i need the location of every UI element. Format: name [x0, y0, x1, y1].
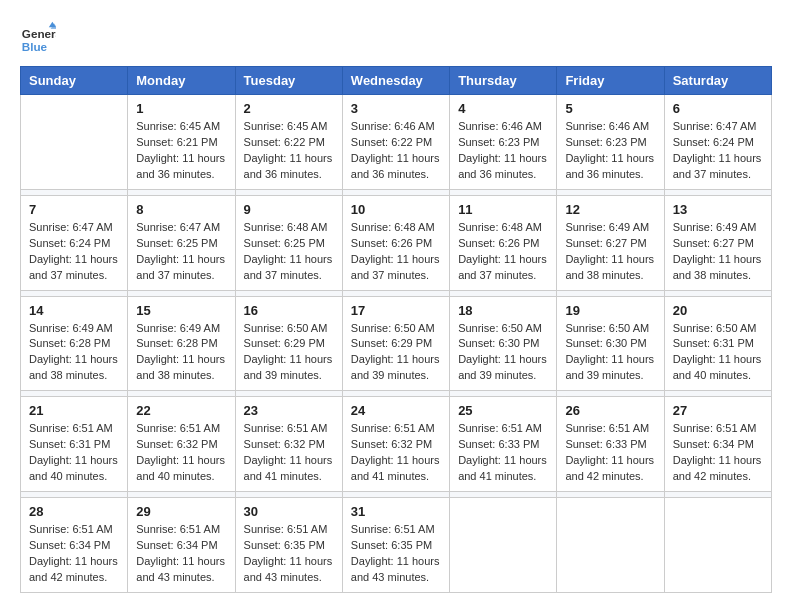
day-info: Sunrise: 6:47 AM Sunset: 6:25 PM Dayligh…: [136, 220, 226, 284]
calendar-cell: 16Sunrise: 6:50 AM Sunset: 6:29 PM Dayli…: [235, 296, 342, 391]
header-wednesday: Wednesday: [342, 67, 449, 95]
calendar-cell: 8Sunrise: 6:47 AM Sunset: 6:25 PM Daylig…: [128, 195, 235, 290]
calendar-cell: 27Sunrise: 6:51 AM Sunset: 6:34 PM Dayli…: [664, 397, 771, 492]
day-info: Sunrise: 6:51 AM Sunset: 6:34 PM Dayligh…: [136, 522, 226, 586]
calendar-cell: 9Sunrise: 6:48 AM Sunset: 6:25 PM Daylig…: [235, 195, 342, 290]
day-number: 5: [565, 101, 655, 116]
day-info: Sunrise: 6:50 AM Sunset: 6:29 PM Dayligh…: [351, 321, 441, 385]
calendar-cell: 25Sunrise: 6:51 AM Sunset: 6:33 PM Dayli…: [450, 397, 557, 492]
day-number: 18: [458, 303, 548, 318]
day-info: Sunrise: 6:48 AM Sunset: 6:26 PM Dayligh…: [458, 220, 548, 284]
calendar-cell: 28Sunrise: 6:51 AM Sunset: 6:34 PM Dayli…: [21, 498, 128, 593]
day-number: 21: [29, 403, 119, 418]
day-info: Sunrise: 6:51 AM Sunset: 6:32 PM Dayligh…: [351, 421, 441, 485]
calendar-cell: 31Sunrise: 6:51 AM Sunset: 6:35 PM Dayli…: [342, 498, 449, 593]
day-info: Sunrise: 6:45 AM Sunset: 6:21 PM Dayligh…: [136, 119, 226, 183]
calendar-cell: 30Sunrise: 6:51 AM Sunset: 6:35 PM Dayli…: [235, 498, 342, 593]
calendar-cell: 7Sunrise: 6:47 AM Sunset: 6:24 PM Daylig…: [21, 195, 128, 290]
day-info: Sunrise: 6:50 AM Sunset: 6:31 PM Dayligh…: [673, 321, 763, 385]
header-sunday: Sunday: [21, 67, 128, 95]
day-number: 17: [351, 303, 441, 318]
calendar-cell: 10Sunrise: 6:48 AM Sunset: 6:26 PM Dayli…: [342, 195, 449, 290]
logo-icon: General Blue: [20, 20, 56, 56]
day-number: 31: [351, 504, 441, 519]
page-header: General Blue: [20, 20, 772, 56]
calendar-week-row: 7Sunrise: 6:47 AM Sunset: 6:24 PM Daylig…: [21, 195, 772, 290]
calendar-cell: 4Sunrise: 6:46 AM Sunset: 6:23 PM Daylig…: [450, 95, 557, 190]
calendar-cell: [450, 498, 557, 593]
day-info: Sunrise: 6:46 AM Sunset: 6:23 PM Dayligh…: [565, 119, 655, 183]
day-number: 28: [29, 504, 119, 519]
day-number: 25: [458, 403, 548, 418]
day-number: 4: [458, 101, 548, 116]
day-number: 24: [351, 403, 441, 418]
day-info: Sunrise: 6:51 AM Sunset: 6:34 PM Dayligh…: [673, 421, 763, 485]
day-info: Sunrise: 6:49 AM Sunset: 6:28 PM Dayligh…: [29, 321, 119, 385]
calendar-cell: [21, 95, 128, 190]
day-info: Sunrise: 6:47 AM Sunset: 6:24 PM Dayligh…: [29, 220, 119, 284]
day-info: Sunrise: 6:49 AM Sunset: 6:27 PM Dayligh…: [673, 220, 763, 284]
day-info: Sunrise: 6:50 AM Sunset: 6:29 PM Dayligh…: [244, 321, 334, 385]
day-number: 27: [673, 403, 763, 418]
calendar-cell: 15Sunrise: 6:49 AM Sunset: 6:28 PM Dayli…: [128, 296, 235, 391]
calendar-cell: 2Sunrise: 6:45 AM Sunset: 6:22 PM Daylig…: [235, 95, 342, 190]
day-number: 2: [244, 101, 334, 116]
day-number: 30: [244, 504, 334, 519]
day-info: Sunrise: 6:48 AM Sunset: 6:25 PM Dayligh…: [244, 220, 334, 284]
day-number: 16: [244, 303, 334, 318]
day-number: 10: [351, 202, 441, 217]
calendar-cell: [557, 498, 664, 593]
calendar-cell: 18Sunrise: 6:50 AM Sunset: 6:30 PM Dayli…: [450, 296, 557, 391]
calendar-week-row: 21Sunrise: 6:51 AM Sunset: 6:31 PM Dayli…: [21, 397, 772, 492]
day-info: Sunrise: 6:50 AM Sunset: 6:30 PM Dayligh…: [458, 321, 548, 385]
day-number: 12: [565, 202, 655, 217]
day-info: Sunrise: 6:51 AM Sunset: 6:33 PM Dayligh…: [565, 421, 655, 485]
day-number: 7: [29, 202, 119, 217]
calendar-cell: 17Sunrise: 6:50 AM Sunset: 6:29 PM Dayli…: [342, 296, 449, 391]
svg-text:Blue: Blue: [22, 40, 48, 53]
day-number: 23: [244, 403, 334, 418]
calendar-cell: 21Sunrise: 6:51 AM Sunset: 6:31 PM Dayli…: [21, 397, 128, 492]
calendar-week-row: 14Sunrise: 6:49 AM Sunset: 6:28 PM Dayli…: [21, 296, 772, 391]
day-info: Sunrise: 6:49 AM Sunset: 6:27 PM Dayligh…: [565, 220, 655, 284]
day-info: Sunrise: 6:51 AM Sunset: 6:31 PM Dayligh…: [29, 421, 119, 485]
calendar-cell: 1Sunrise: 6:45 AM Sunset: 6:21 PM Daylig…: [128, 95, 235, 190]
day-info: Sunrise: 6:51 AM Sunset: 6:32 PM Dayligh…: [244, 421, 334, 485]
day-info: Sunrise: 6:51 AM Sunset: 6:32 PM Dayligh…: [136, 421, 226, 485]
calendar-cell: 29Sunrise: 6:51 AM Sunset: 6:34 PM Dayli…: [128, 498, 235, 593]
day-number: 9: [244, 202, 334, 217]
day-number: 29: [136, 504, 226, 519]
day-number: 3: [351, 101, 441, 116]
calendar-cell: 20Sunrise: 6:50 AM Sunset: 6:31 PM Dayli…: [664, 296, 771, 391]
calendar-cell: 14Sunrise: 6:49 AM Sunset: 6:28 PM Dayli…: [21, 296, 128, 391]
day-number: 20: [673, 303, 763, 318]
day-info: Sunrise: 6:48 AM Sunset: 6:26 PM Dayligh…: [351, 220, 441, 284]
day-number: 14: [29, 303, 119, 318]
day-info: Sunrise: 6:46 AM Sunset: 6:22 PM Dayligh…: [351, 119, 441, 183]
calendar-cell: 24Sunrise: 6:51 AM Sunset: 6:32 PM Dayli…: [342, 397, 449, 492]
day-info: Sunrise: 6:51 AM Sunset: 6:35 PM Dayligh…: [244, 522, 334, 586]
calendar-cell: 5Sunrise: 6:46 AM Sunset: 6:23 PM Daylig…: [557, 95, 664, 190]
calendar-week-row: 28Sunrise: 6:51 AM Sunset: 6:34 PM Dayli…: [21, 498, 772, 593]
day-number: 15: [136, 303, 226, 318]
day-number: 8: [136, 202, 226, 217]
day-info: Sunrise: 6:50 AM Sunset: 6:30 PM Dayligh…: [565, 321, 655, 385]
day-number: 11: [458, 202, 548, 217]
day-info: Sunrise: 6:46 AM Sunset: 6:23 PM Dayligh…: [458, 119, 548, 183]
calendar-table: SundayMondayTuesdayWednesdayThursdayFrid…: [20, 66, 772, 593]
day-number: 1: [136, 101, 226, 116]
header-friday: Friday: [557, 67, 664, 95]
calendar-week-row: 1Sunrise: 6:45 AM Sunset: 6:21 PM Daylig…: [21, 95, 772, 190]
calendar-header-row: SundayMondayTuesdayWednesdayThursdayFrid…: [21, 67, 772, 95]
header-tuesday: Tuesday: [235, 67, 342, 95]
calendar-cell: 19Sunrise: 6:50 AM Sunset: 6:30 PM Dayli…: [557, 296, 664, 391]
day-info: Sunrise: 6:47 AM Sunset: 6:24 PM Dayligh…: [673, 119, 763, 183]
calendar-cell: 23Sunrise: 6:51 AM Sunset: 6:32 PM Dayli…: [235, 397, 342, 492]
day-number: 22: [136, 403, 226, 418]
day-info: Sunrise: 6:51 AM Sunset: 6:35 PM Dayligh…: [351, 522, 441, 586]
header-monday: Monday: [128, 67, 235, 95]
calendar-cell: 3Sunrise: 6:46 AM Sunset: 6:22 PM Daylig…: [342, 95, 449, 190]
logo: General Blue: [20, 20, 60, 56]
calendar-cell: 13Sunrise: 6:49 AM Sunset: 6:27 PM Dayli…: [664, 195, 771, 290]
day-info: Sunrise: 6:51 AM Sunset: 6:34 PM Dayligh…: [29, 522, 119, 586]
